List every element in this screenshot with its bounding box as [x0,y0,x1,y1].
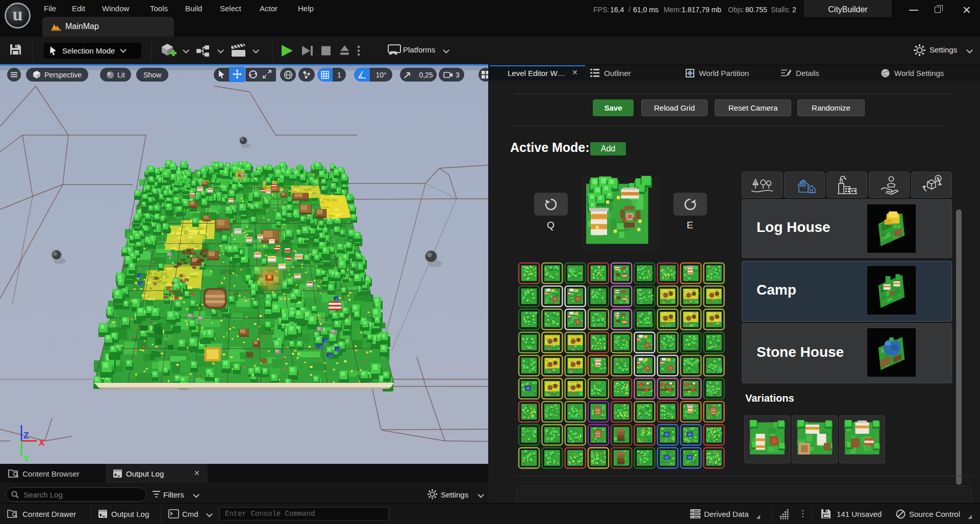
svg-text:Y: Y [23,454,30,464]
svg-text:$: $ [937,176,940,181]
svg-text:X: X [39,438,45,448]
svg-text:Z: Z [23,431,29,440]
